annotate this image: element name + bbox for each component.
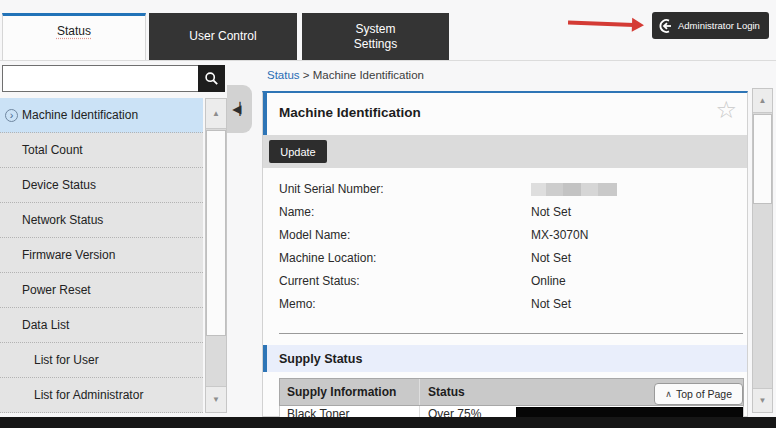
- field-label: Unit Serial Number:: [279, 182, 384, 196]
- administrator-login-button[interactable]: Administrator Login: [652, 12, 769, 39]
- tabbar-divider: [0, 60, 776, 61]
- field-label: Name:: [279, 205, 314, 219]
- administrator-login-label: Administrator Login: [678, 20, 760, 31]
- redacted-serial-value: [531, 183, 617, 196]
- collapse-icon: ◀▏: [232, 102, 246, 116]
- page-title: Machine Identification: [279, 105, 421, 120]
- favorite-star-icon[interactable]: ☆: [715, 96, 737, 124]
- sidebar-collapse-handle[interactable]: ◀▏: [227, 85, 252, 133]
- top-of-page-button[interactable]: ∧ Top of Page: [654, 383, 743, 405]
- sidebar-item-data-list[interactable]: Data List: [0, 308, 203, 343]
- sidebar-item-label: Device Status: [22, 178, 96, 192]
- field-value: MX-3070N: [531, 228, 588, 242]
- sidebar-item-label: List for User: [34, 353, 99, 367]
- sidebar-item-label: Power Reset: [22, 283, 91, 297]
- sidebar-scrollbar[interactable]: ▲ ▼: [205, 98, 227, 413]
- tab-system-settings-label-line2: Settings: [354, 37, 397, 52]
- tab-user-control[interactable]: User Control: [149, 13, 297, 60]
- sidebar-item-label: Machine Identification: [22, 108, 138, 122]
- tab-status-label: Status: [57, 24, 91, 38]
- field-current-status: Current Status: Online: [279, 271, 737, 294]
- supply-status-title: Supply Status: [279, 352, 362, 366]
- machine-info-fields: Unit Serial Number: Name: Not Set Model …: [279, 179, 737, 317]
- breadcrumb-status-link[interactable]: Status: [267, 69, 300, 81]
- breadcrumb: Status > Machine Identification: [267, 69, 424, 81]
- machine-identification-panel: Machine Identification ☆ Update Unit Ser…: [262, 91, 748, 417]
- field-value: Not Set: [531, 297, 571, 311]
- search-input[interactable]: [2, 65, 199, 92]
- field-value: Not Set: [531, 205, 571, 219]
- caret-up-icon: ∧: [665, 389, 672, 399]
- sidebar-item-power-reset[interactable]: Power Reset: [0, 273, 203, 308]
- sidebar-item-firmware-version[interactable]: Firmware Version: [0, 238, 203, 273]
- red-arrow-annotation: [568, 16, 648, 33]
- sidebar-item-list-for-administrator[interactable]: List for Administrator: [0, 378, 203, 413]
- field-label: Machine Location:: [279, 251, 376, 265]
- sidebar-scrollbar-thumb[interactable]: [206, 130, 226, 336]
- scroll-up-icon[interactable]: ▲: [206, 99, 226, 129]
- sidebar-item-label: Total Count: [22, 143, 83, 157]
- sidebar-item-network-status[interactable]: Network Status: [0, 203, 203, 238]
- breadcrumb-separator: >: [303, 69, 310, 81]
- login-icon: [659, 19, 673, 33]
- scroll-down-icon[interactable]: ▼: [753, 388, 772, 412]
- sidebar-item-device-status[interactable]: Device Status: [0, 168, 203, 203]
- tab-system-settings[interactable]: System Settings: [302, 13, 449, 60]
- column-supply-information: Supply Information: [280, 379, 420, 405]
- red-arrow-shaft: [568, 21, 634, 27]
- field-unit-serial-number: Unit Serial Number:: [279, 179, 737, 202]
- sidebar-item-label: Firmware Version: [22, 248, 115, 262]
- field-model-name: Model Name: MX-3070N: [279, 225, 737, 248]
- search-icon: [204, 71, 219, 86]
- sidebar-search: [2, 65, 225, 92]
- scroll-up-icon[interactable]: ▲: [753, 89, 772, 113]
- sidebar-item-total-count[interactable]: Total Count: [0, 133, 203, 168]
- search-button[interactable]: [198, 65, 225, 92]
- update-button[interactable]: Update: [269, 140, 327, 163]
- tab-user-control-label: User Control: [189, 29, 256, 44]
- scroll-down-icon[interactable]: ▼: [206, 386, 226, 412]
- sidebar-item-machine-identification[interactable]: › Machine Identification: [0, 98, 203, 133]
- field-label: Current Status:: [279, 274, 360, 288]
- device-webadmin-page: Status User Control System Settings Admi…: [0, 0, 776, 428]
- breadcrumb-current: Machine Identification: [313, 69, 424, 81]
- supply-status-section-header: Supply Status: [263, 345, 747, 372]
- field-label: Memo:: [279, 297, 316, 311]
- field-value: Online: [531, 274, 566, 288]
- panel-title-bar: Machine Identification ☆: [263, 93, 747, 135]
- top-of-page-label: Top of Page: [676, 388, 732, 400]
- sidebar-menu: › Machine Identification Total Count Dev…: [0, 98, 203, 413]
- sidebar-item-label: List for Administrator: [34, 388, 143, 402]
- field-name: Name: Not Set: [279, 202, 737, 225]
- field-machine-location: Machine Location: Not Set: [279, 248, 737, 271]
- content-scrollbar-thumb[interactable]: [753, 114, 772, 204]
- red-arrow-head: [632, 18, 644, 32]
- sidebar-item-label: Data List: [22, 318, 69, 332]
- section-divider: [279, 333, 743, 334]
- field-label: Model Name:: [279, 228, 350, 242]
- tab-system-settings-label-line1: System: [355, 22, 395, 37]
- field-value: Not Set: [531, 251, 571, 265]
- toolbar-band: Update: [263, 135, 747, 168]
- selected-chevron-icon: ›: [5, 109, 18, 122]
- sidebar-item-label: Network Status: [22, 213, 103, 227]
- bottom-black-strip: [0, 417, 776, 428]
- tab-status[interactable]: Status: [2, 13, 146, 60]
- content-scrollbar[interactable]: ▲ ▼: [752, 88, 773, 413]
- sidebar-item-list-for-user[interactable]: List for User: [0, 343, 203, 378]
- field-memo: Memo: Not Set: [279, 294, 737, 317]
